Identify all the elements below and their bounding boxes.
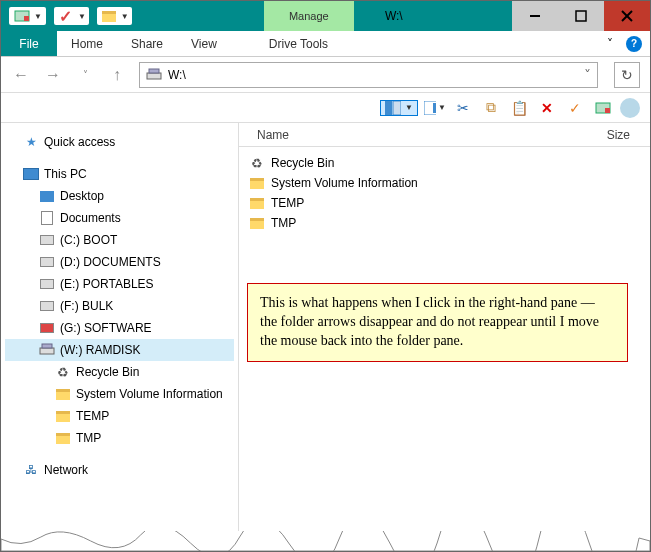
delete-button[interactable]: ✕ (536, 97, 558, 119)
cut-button[interactable]: ✂ (452, 97, 474, 119)
svg-rect-7 (149, 69, 159, 73)
tree-drive-g[interactable]: (G:) SOFTWARE (5, 317, 234, 339)
chevron-down-icon: ▼ (405, 103, 413, 112)
tree-label: Quick access (44, 135, 115, 149)
close-button[interactable] (604, 1, 650, 31)
tree-desktop[interactable]: Desktop (5, 185, 234, 207)
tree-label: Recycle Bin (76, 365, 139, 379)
tree-label: (F:) BULK (60, 299, 113, 313)
user-avatar[interactable] (620, 98, 640, 118)
tab-share[interactable]: Share (117, 31, 177, 56)
svg-rect-15 (42, 344, 52, 348)
folder-icon (55, 386, 71, 402)
tab-home[interactable]: Home (57, 31, 117, 56)
file-list-area[interactable]: Name Size ♻Recycle Bin System Volume Inf… (239, 123, 650, 551)
tree-label: System Volume Information (76, 387, 223, 401)
folder-icon (55, 430, 71, 446)
refresh-button[interactable]: ↻ (614, 62, 640, 88)
tree-drive-e[interactable]: (E:) PORTABLES (5, 273, 234, 295)
tree-this-pc[interactable]: This PC (5, 163, 234, 185)
tree-network[interactable]: 🖧 Network (5, 459, 234, 481)
list-item[interactable]: TMP (239, 213, 650, 233)
check-icon: ✓ (57, 7, 75, 25)
paste-button[interactable]: 📋 (508, 97, 530, 119)
svg-rect-3 (576, 11, 586, 21)
tree-recycle-bin[interactable]: ♻Recycle Bin (5, 361, 234, 383)
tree-label: (W:) RAMDISK (60, 343, 140, 357)
tree-sysvol[interactable]: System Volume Information (5, 383, 234, 405)
help-icon[interactable]: ? (626, 36, 642, 52)
qat-group-1[interactable]: ▼ (9, 7, 46, 25)
file-tab[interactable]: File (1, 31, 57, 56)
file-list: ♻Recycle Bin System Volume Information T… (239, 147, 650, 239)
tree-label: (D:) DOCUMENTS (60, 255, 161, 269)
list-item[interactable]: TEMP (239, 193, 650, 213)
drive-icon (39, 232, 55, 248)
tree-label: (C:) BOOT (60, 233, 117, 247)
chevron-down-icon: ▼ (78, 12, 86, 21)
nav-back-icon[interactable]: ← (11, 65, 31, 85)
nav-forward-icon[interactable]: → (43, 65, 63, 85)
svg-rect-8 (385, 101, 392, 115)
recycle-icon: ♻ (249, 155, 265, 171)
qat-group-3[interactable]: ▼ (97, 7, 132, 25)
documents-icon (39, 210, 55, 226)
preview-pane-button[interactable]: ▼ (424, 97, 446, 119)
file-name: TEMP (271, 196, 304, 210)
desktop-icon (39, 188, 55, 204)
nav-up-icon[interactable]: ↑ (107, 65, 127, 85)
pc-icon (23, 166, 39, 182)
navbar: ← → ˅ ↑ W:\ ˅ ↻ (1, 57, 650, 93)
file-name: TMP (271, 216, 296, 230)
address-bar[interactable]: W:\ ˅ (139, 62, 598, 88)
drive-icon (39, 298, 55, 314)
svg-rect-14 (40, 348, 54, 354)
qat: ▼ ✓ ▼ ▼ (1, 1, 134, 31)
drive-icon (39, 276, 55, 292)
annotation-callout: This is what happens when I click in the… (247, 283, 628, 362)
tab-drive-tools[interactable]: Drive Tools (255, 31, 342, 56)
view-options-button[interactable]: ▼ (380, 100, 418, 116)
file-name: System Volume Information (271, 176, 418, 190)
tree-label: TEMP (76, 409, 109, 423)
folder-icon (249, 195, 265, 211)
tree-drive-f[interactable]: (F:) BULK (5, 295, 234, 317)
column-name[interactable]: Name (239, 128, 580, 142)
svg-rect-11 (433, 103, 436, 113)
folder-icon (249, 175, 265, 191)
rename-button[interactable]: ✓ (564, 97, 586, 119)
list-item[interactable]: System Volume Information (239, 173, 650, 193)
tree-temp[interactable]: TEMP (5, 405, 234, 427)
maximize-button[interactable] (558, 1, 604, 31)
contextual-tab-manage[interactable]: Manage (264, 1, 354, 31)
qat-group-2[interactable]: ✓ ▼ (54, 7, 89, 25)
tree-label: (E:) PORTABLES (60, 277, 154, 291)
nav-history-icon[interactable]: ˅ (75, 65, 95, 85)
drive-icon (39, 342, 55, 358)
file-name: Recycle Bin (271, 156, 334, 170)
list-item[interactable]: ♻Recycle Bin (239, 153, 650, 173)
tree-tmp[interactable]: TMP (5, 427, 234, 449)
tab-view[interactable]: View (177, 31, 231, 56)
column-header[interactable]: Name Size (239, 123, 650, 147)
tree-quick-access[interactable]: ★ Quick access (5, 131, 234, 153)
chevron-down-icon: ▼ (34, 12, 42, 21)
ribbon-expand-icon[interactable]: ˅ (602, 36, 618, 52)
window-buttons (512, 1, 650, 31)
address-dropdown-icon[interactable]: ˅ (584, 67, 591, 83)
properties-button[interactable] (592, 97, 614, 119)
tree-label: Network (44, 463, 88, 477)
tree-drive-w[interactable]: (W:) RAMDISK (5, 339, 234, 361)
copy-button[interactable]: ⧉ (480, 97, 502, 119)
tree-label: (G:) SOFTWARE (60, 321, 152, 335)
drive-icon (39, 320, 55, 336)
properties-icon (13, 7, 31, 25)
folder-icon (100, 7, 118, 25)
titlebar: ▼ ✓ ▼ ▼ Manage W:\ (1, 1, 650, 31)
navigation-pane[interactable]: ★ Quick access This PC Desktop Documents… (1, 123, 239, 551)
tree-documents[interactable]: Documents (5, 207, 234, 229)
tree-drive-d[interactable]: (D:) DOCUMENTS (5, 251, 234, 273)
tree-drive-c[interactable]: (C:) BOOT (5, 229, 234, 251)
minimize-button[interactable] (512, 1, 558, 31)
column-size[interactable]: Size (580, 128, 650, 142)
